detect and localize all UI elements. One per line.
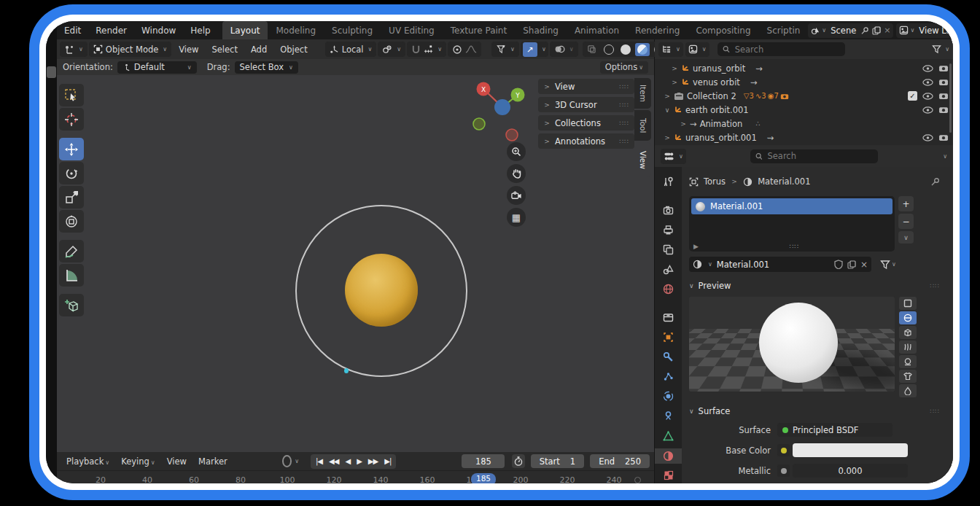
surface-panel-header[interactable]: ∨ Surface ∷∷ [689,406,947,416]
tab-object-properties[interactable] [655,330,682,345]
tab-compositing[interactable]: Compositing [688,21,758,39]
chevron-down-icon[interactable]: ∨ [943,153,947,160]
tool-cursor[interactable] [59,108,84,131]
tab-rendering[interactable]: Rendering [627,21,688,39]
outliner-search-input[interactable] [734,44,840,55]
tab-sculpting[interactable]: Sculpting [324,21,381,39]
timeline-menu-keying[interactable]: Keying∨ [116,456,160,467]
snapping-controls[interactable]: ∨ [407,42,446,57]
chevron-down-icon[interactable]: ∨ [708,261,712,268]
npanel-tab-item[interactable]: Item [634,78,651,109]
gizmos-toggle-button[interactable]: ↗ [523,42,537,57]
material-name-field[interactable]: ∨ Material.001 × [689,257,871,272]
outliner-search[interactable] [718,42,845,56]
eye-icon[interactable] [922,93,933,100]
menu-window[interactable]: Window [134,26,183,36]
orthographic-toggle-button[interactable]: ▦ [507,208,526,227]
npanel-collections[interactable]: > Collections ∷∷ [538,115,634,131]
tool-transform[interactable] [59,210,84,233]
sun-sphere[interactable] [345,254,418,327]
mode-selector[interactable]: Object Mode ∨ [89,42,171,57]
camera-icon[interactable] [938,133,949,141]
tab-texture-paint[interactable]: Texture Paint [443,21,515,39]
material-icon[interactable] [693,260,702,269]
npanel-annotations[interactable]: > Annotations ∷∷ [538,133,634,149]
expand-icon[interactable]: > [671,65,678,72]
expand-icon[interactable]: > [671,79,678,86]
menu-select[interactable]: Select [206,44,243,55]
camera-icon[interactable] [938,64,949,72]
eye-icon[interactable] [922,106,933,114]
play-button[interactable]: ▶ [354,457,365,465]
camera-icon[interactable] [938,78,949,86]
expand-icon[interactable]: > [664,134,671,141]
transform-orientation-selector[interactable]: Local ∨ [325,42,377,57]
shading-solid-button[interactable] [618,43,633,56]
scene-name[interactable]: Scene [826,26,860,36]
pivot-point-selector[interactable]: ∨ [378,42,405,57]
menu-add[interactable]: Add [245,44,273,55]
view-layer-selector[interactable]: ∨ View Layer [896,23,953,38]
menu-render[interactable]: Render [88,26,134,36]
expand-icon[interactable]: ▶ [693,243,699,250]
tab-layout[interactable]: Layout [222,21,268,39]
next-keyframe-button[interactable]: ▶▶ [365,457,381,465]
eye-icon[interactable] [922,134,933,141]
outliner-item-collection-2[interactable]: > Collection 2 ▽3 ∿3 ◉7 ✓ [655,89,953,103]
collection-checkbox[interactable]: ✓ [908,91,917,101]
material-slot-selected[interactable]: Material.001 [691,198,892,214]
ruler-scroll-handle[interactable] [634,477,641,483]
preview-flat-button[interactable] [899,297,917,310]
tab-output-properties[interactable] [655,222,682,238]
copy-icon[interactable] [847,260,856,269]
outliner-display-mode-button[interactable]: ∨ [685,42,709,57]
preview-panel-header[interactable]: ∨ Preview ∷∷ [689,281,947,291]
playhead[interactable]: 185 [471,473,496,483]
remove-slot-button[interactable]: − [898,214,914,229]
shading-material-preview-button[interactable] [635,43,650,56]
editor-type-button[interactable]: ∨ [60,42,88,57]
menu-edit[interactable]: Edit [57,26,88,36]
tool-move[interactable] [59,138,84,160]
pin-icon[interactable] [860,26,869,35]
orientation-setting-dropdown[interactable]: Default ∨ [117,61,197,74]
chevron-down-icon[interactable]: ∨ [569,46,574,52]
chevron-down-icon[interactable]: ∨ [295,458,299,464]
expand-icon[interactable]: > [664,93,671,100]
slot-specials-button[interactable]: ∨ [898,231,914,244]
tool-scale[interactable] [59,186,84,209]
outliner-scrollbar[interactable] [949,63,952,133]
base-color-socket[interactable] [777,444,790,456]
tool-select-box[interactable] [59,84,84,106]
tab-scene-properties[interactable] [655,262,682,277]
metallic-slider[interactable]: 0.000 [793,464,908,478]
menu-view[interactable]: View [173,44,204,55]
scene-selector[interactable]: ∨ Scene × [808,23,893,38]
menu-object[interactable]: Object [274,44,313,55]
npanel-tab-tool[interactable]: Tool [634,110,651,141]
outliner-item-uranus-orbit[interactable]: > uranus_orbit ⇝ [655,61,953,75]
metallic-socket[interactable] [777,464,790,477]
copy-icon[interactable] [872,26,881,35]
expanded-icon[interactable]: ∨ [664,106,671,114]
tab-animation[interactable]: Animation [567,21,627,39]
zoom-button[interactable] [507,142,526,161]
properties-editor-type-button[interactable]: ∨ [661,149,686,164]
outliner-item-venus-orbit[interactable]: > venus orbit ⇝ [655,75,953,89]
preview-cube-button[interactable] [899,326,917,339]
tab-uv-editing[interactable]: UV Editing [381,21,443,39]
options-button[interactable]: Options ∨ [600,61,648,74]
current-frame-field[interactable]: 185 [462,454,505,468]
filter-icon[interactable] [932,44,941,54]
timeline-menu-playback[interactable]: Playback∨ [61,456,114,467]
jump-to-start-button[interactable]: |◀ [313,457,325,465]
properties-search-input[interactable] [766,150,872,162]
eye-icon[interactable] [922,65,933,72]
preview-fluid-button[interactable] [899,384,917,397]
toggle-xray-button[interactable] [585,43,599,56]
chevron-down-icon[interactable]: ∨ [542,46,546,52]
outliner-item-animation[interactable]: > ⇝ Animation ∴ [655,117,953,131]
timeline-menu-marker[interactable]: Marker [193,456,233,467]
jump-to-end-button[interactable]: ▶| [381,457,394,465]
npanel-tab-view[interactable]: View [634,142,651,177]
